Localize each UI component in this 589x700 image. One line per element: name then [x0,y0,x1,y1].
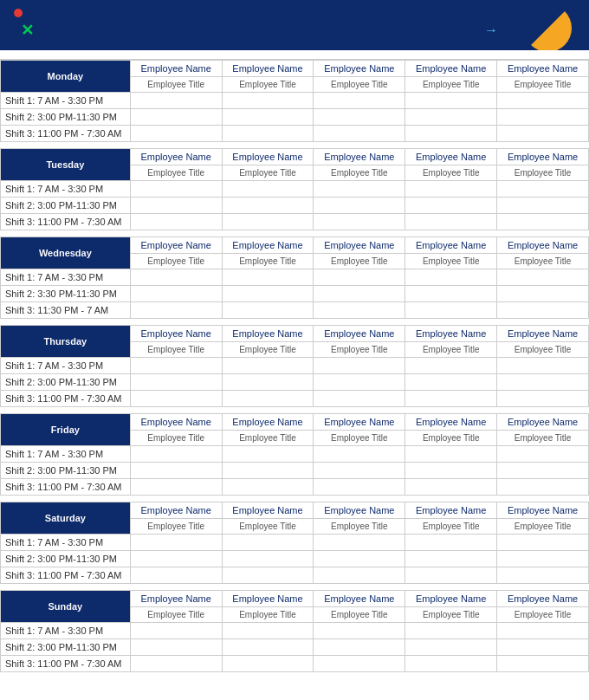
employee-title-thursday-0: Employee Title [130,342,222,358]
spacer-row [1,319,589,326]
spacer-row [1,407,589,414]
shift-cell-thursday-2-2 [314,391,405,407]
shift-cell-tuesday-1-1 [222,198,314,214]
shift-row-saturday-0: Shift 1: 7 AM - 3:30 PM [1,535,589,551]
shift-cell-wednesday-0-0 [130,269,222,286]
spacer-row [1,230,589,237]
shift-cell-thursday-1-2 [314,374,405,391]
shift-cell-monday-1-3 [405,109,497,126]
schedule-table: MondayEmployee NameEmployee NameEmployee… [0,60,589,672]
shift-cell-thursday-2-0 [130,391,222,407]
employee-name-sunday-4: Employee Name [497,591,589,607]
shift-cell-friday-0-4 [497,446,589,463]
shift-cell-monday-0-2 [314,93,405,109]
employee-title-monday-3: Employee Title [405,77,497,93]
shift-cell-tuesday-1-2 [314,198,405,214]
shift-label-monday-0: Shift 1: 7 AM - 3:30 PM [1,93,131,109]
employee-title-saturday-0: Employee Title [130,519,222,535]
employee-name-wednesday-1: Employee Name [222,237,314,254]
shift-row-saturday-1: Shift 2: 3:00 PM-11:30 PM [1,551,589,567]
shift-label-sunday-0: Shift 1: 7 AM - 3:30 PM [1,623,131,639]
header-icons-row: ✕ → ✕ [17,16,572,42]
shift-cell-friday-1-0 [130,463,222,479]
shift-row-friday-2: Shift 3: 11:00 PM - 7:30 AM [1,479,589,496]
employee-name-tuesday-0: Employee Name [130,149,222,165]
shift-row-friday-0: Shift 1: 7 AM - 3:30 PM [1,446,589,463]
shift-cell-saturday-0-2 [314,535,405,551]
shift-label-sunday-1: Shift 2: 3:00 PM-11:30 PM [1,639,131,656]
shift-cell-sunday-1-1 [222,639,314,656]
employee-name-wednesday-0: Employee Name [130,237,222,254]
shift-cell-wednesday-1-2 [314,286,405,302]
shift-cell-friday-2-2 [314,479,405,496]
shift-cell-sunday-1-4 [497,639,589,656]
shift-row-tuesday-2: Shift 3: 11:00 PM - 7:30 AM [1,214,589,230]
shift-cell-tuesday-0-4 [497,181,589,198]
shift-cell-thursday-0-1 [222,358,314,374]
shift-cell-wednesday-2-2 [314,302,405,319]
employee-title-sunday-4: Employee Title [497,607,589,623]
employee-title-thursday-1: Employee Title [222,342,314,358]
shift-cell-monday-0-4 [497,93,589,109]
employee-title-monday-2: Employee Title [314,77,405,93]
shift-row-sunday-0: Shift 1: 7 AM - 3:30 PM [1,623,589,639]
employee-name-saturday-1: Employee Name [222,502,314,519]
employee-name-tuesday-3: Employee Name [405,149,497,165]
shift-cell-saturday-1-1 [222,551,314,567]
shift-cell-friday-1-1 [222,463,314,479]
shift-cell-tuesday-1-3 [405,198,497,214]
employee-title-saturday-1: Employee Title [222,519,314,535]
shift-label-friday-2: Shift 3: 11:00 PM - 7:30 AM [1,479,131,496]
day-name-monday: Monday [1,61,131,93]
shift-cell-saturday-2-2 [314,567,405,584]
employee-name-thursday-4: Employee Name [497,326,589,342]
shift-row-monday-0: Shift 1: 7 AM - 3:30 PM [1,93,589,109]
shift-cell-saturday-0-3 [405,535,497,551]
employee-name-friday-1: Employee Name [222,414,314,431]
day-name-saturday: Saturday [1,502,131,535]
shift-cell-friday-0-0 [130,446,222,463]
shift-cell-wednesday-0-1 [222,269,314,286]
shift-label-saturday-2: Shift 3: 11:00 PM - 7:30 AM [1,567,131,584]
employee-title-sunday-2: Employee Title [314,607,405,623]
employee-name-tuesday-2: Employee Name [314,149,405,165]
shift-cell-wednesday-2-1 [222,302,314,319]
day-sunday-header-top: SundayEmployee NameEmployee NameEmployee… [1,591,589,607]
shift-cell-monday-2-3 [405,126,497,142]
employee-name-sunday-0: Employee Name [130,591,222,607]
employee-name-monday-4: Employee Name [497,61,589,77]
shift-label-friday-0: Shift 1: 7 AM - 3:30 PM [1,446,131,463]
spacer-row [1,142,589,149]
employee-name-saturday-0: Employee Name [130,502,222,519]
employee-title-friday-1: Employee Title [222,431,314,446]
shift-cell-tuesday-2-2 [314,214,405,230]
day-name-wednesday: Wednesday [1,237,131,269]
employee-name-sunday-3: Employee Name [405,591,497,607]
employee-name-friday-3: Employee Name [405,414,497,431]
shift-cell-friday-2-0 [130,479,222,496]
shift-cell-monday-1-4 [497,109,589,126]
shift-cell-saturday-0-1 [222,535,314,551]
shift-cell-saturday-1-4 [497,551,589,567]
employee-name-wednesday-2: Employee Name [314,237,405,254]
day-thursday-header-top: ThursdayEmployee NameEmployee NameEmploy… [1,326,589,342]
shift-cell-friday-0-1 [222,446,314,463]
employee-name-monday-1: Employee Name [222,61,314,77]
shift-cell-friday-2-1 [222,479,314,496]
shift-row-monday-1: Shift 2: 3:00 PM-11:30 PM [1,109,589,126]
shift-cell-wednesday-1-3 [405,286,497,302]
shift-cell-tuesday-0-2 [314,181,405,198]
shift-cell-saturday-0-0 [130,535,222,551]
shift-label-sunday-2: Shift 3: 11:00 PM - 7:30 AM [1,656,131,672]
shift-label-tuesday-1: Shift 2: 3:00 PM-11:30 PM [1,198,131,214]
employee-title-saturday-4: Employee Title [497,519,589,535]
employee-name-sunday-1: Employee Name [222,591,314,607]
shift-cell-tuesday-2-4 [497,214,589,230]
day-name-friday: Friday [1,414,131,446]
shift-cell-friday-0-3 [405,446,497,463]
employee-name-thursday-2: Employee Name [314,326,405,342]
shift-cell-monday-0-1 [222,93,314,109]
employee-name-saturday-2: Employee Name [314,502,405,519]
employee-title-sunday-1: Employee Title [222,607,314,623]
spacer-row [1,496,589,502]
